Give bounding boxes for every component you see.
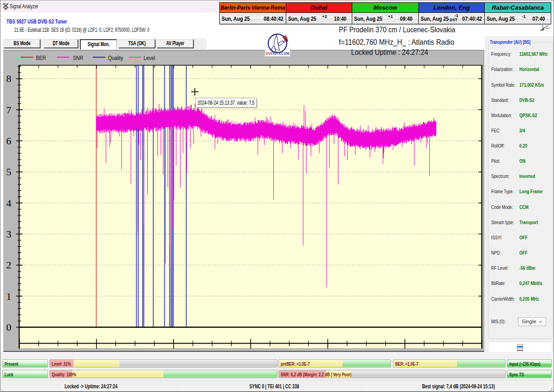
svg-text:2: 2 <box>6 259 12 271</box>
svg-text:4: 4 <box>6 197 12 209</box>
svg-text:2024-08-24 15.13.37, value: 7,: 2024-08-24 15.13.37, value: 7,5 <box>198 100 254 106</box>
svg-text:3: 3 <box>6 228 12 240</box>
svg-text:8: 8 <box>6 73 12 84</box>
svg-text:7: 7 <box>6 104 12 116</box>
svg-text:0: 0 <box>6 321 12 333</box>
svg-text:5: 5 <box>6 166 12 178</box>
svg-text:6: 6 <box>6 135 12 147</box>
svg-text:1: 1 <box>6 291 12 302</box>
svg-text:DXSATCS.COM: DXSATCS.COM <box>266 51 289 56</box>
